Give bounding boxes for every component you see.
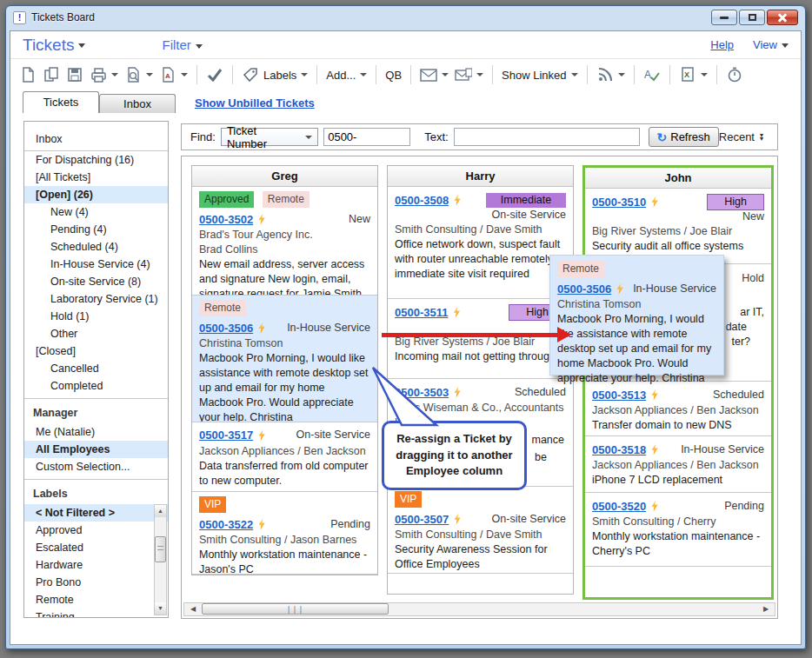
mail-dropdown-arrow[interactable] bbox=[442, 73, 449, 76]
label-item-escalated[interactable]: Escalated bbox=[24, 539, 168, 556]
ticket-card-0500-3502[interactable]: Approved Remote 0500-3502 New Brad's Tou… bbox=[192, 187, 377, 295]
label-item-remote[interactable]: Remote bbox=[24, 591, 168, 608]
sidebar-item-laboratory-service[interactable]: Laboratory Service (1) bbox=[24, 290, 168, 308]
sidebar-item-closed[interactable]: [Closed] bbox=[24, 342, 168, 360]
label-item-approved[interactable]: Approved bbox=[24, 522, 168, 539]
print-preview-icon[interactable] bbox=[124, 66, 142, 83]
titlebar[interactable]: ! Tickets Board bbox=[6, 6, 805, 29]
label-item-pro-bono[interactable]: Pro Bono bbox=[24, 574, 168, 591]
show-unbilled-tickets-link[interactable]: Show Unbilled Tickets bbox=[195, 96, 315, 110]
timer-icon[interactable] bbox=[726, 66, 743, 83]
print-preview-dropdown-arrow[interactable] bbox=[146, 73, 153, 76]
ticket-card-0500-3517[interactable]: 0500-3517 On-site Service Jackson Applia… bbox=[192, 422, 377, 491]
show-linked-button[interactable]: Show Linked bbox=[502, 69, 577, 82]
close-button[interactable] bbox=[767, 10, 798, 25]
ticket-number-link[interactable]: 0500-3510 bbox=[592, 195, 646, 209]
text-search-input[interactable] bbox=[454, 128, 640, 146]
maximize-button[interactable] bbox=[739, 10, 765, 25]
ticket-number-link[interactable]: 0500-3506 bbox=[199, 321, 253, 336]
empty-drop-area[interactable] bbox=[388, 573, 573, 594]
sidebar-item-other[interactable]: Other bbox=[24, 325, 168, 342]
minimize-button[interactable] bbox=[711, 10, 737, 25]
ticket-card-0500-3518[interactable]: 0500-3518 In-House Service Jackson Appli… bbox=[585, 435, 771, 492]
pdf-dropdown-arrow[interactable] bbox=[181, 73, 188, 76]
refresh-button[interactable]: ↻ Refresh bbox=[649, 127, 719, 147]
empty-drop-area[interactable] bbox=[192, 574, 377, 575]
sidebar-item-on-site-service[interactable]: On-site Service (8) bbox=[24, 273, 168, 290]
rss-dropdown-arrow[interactable] bbox=[618, 73, 625, 76]
print-dropdown-arrow[interactable] bbox=[111, 73, 118, 76]
excel-dropdown-arrow[interactable] bbox=[701, 73, 708, 76]
mail-merge-icon[interactable] bbox=[455, 66, 472, 83]
pdf-icon[interactable]: A bbox=[159, 66, 176, 83]
sidebar-item-cancelled[interactable]: Cancelled bbox=[24, 360, 168, 377]
complete-check-icon[interactable] bbox=[206, 66, 223, 83]
find-field-selector[interactable]: Ticket Number bbox=[221, 128, 318, 146]
sidebar-item-pending[interactable]: Pending (4) bbox=[24, 221, 168, 238]
new-ticket-icon[interactable] bbox=[19, 66, 37, 83]
ticket-card-0500-3522[interactable]: VIP 0500-3522 Pending Smith Consulting /… bbox=[192, 491, 377, 574]
rss-icon[interactable] bbox=[596, 66, 614, 83]
ticket-number-link[interactable]: 0500-3517 bbox=[199, 428, 253, 442]
labels-button[interactable]: Labels bbox=[242, 66, 308, 83]
spellcheck-icon[interactable]: A bbox=[643, 66, 661, 83]
filter-menu[interactable]: Filter bbox=[162, 37, 202, 52]
excel-export-icon[interactable]: X bbox=[679, 66, 696, 83]
scroll-up-icon[interactable]: ▲ bbox=[155, 505, 166, 517]
quickbooks-button[interactable]: QB bbox=[385, 69, 402, 82]
ticket-number-link[interactable]: 0500-3518 bbox=[592, 442, 646, 457]
view-menu[interactable]: View bbox=[753, 38, 789, 51]
sidebar-item-open[interactable]: [Open] (26) bbox=[24, 186, 168, 203]
scroll-down-icon[interactable]: ▼ bbox=[155, 602, 166, 615]
scroll-left-icon[interactable]: ◀ bbox=[186, 604, 200, 615]
ticket-card-0500-3506[interactable]: Remote 0500-3506 In-House Service Christ… bbox=[192, 295, 377, 422]
ticket-card-0500-3507[interactable]: VIP 0500-3507 On-site Service Smith Cons… bbox=[388, 486, 573, 573]
sidebar-item-inbox[interactable]: Inbox bbox=[24, 122, 168, 151]
tab-tickets[interactable]: Tickets bbox=[23, 91, 99, 113]
recent-dropdown[interactable]: Recent ▾▾ bbox=[719, 130, 769, 143]
sidebar-item-scheduled[interactable]: Scheduled (4) bbox=[24, 238, 168, 256]
ticket-number-link[interactable]: 0500-3522 bbox=[199, 517, 253, 532]
sidebar-item-custom-selection[interactable]: Custom Selection... bbox=[24, 458, 168, 475]
ticket-card-0500-3510[interactable]: 0500-3510 High New Big River Systems / J… bbox=[585, 189, 771, 263]
ticket-number-link[interactable]: 0500-3507 bbox=[395, 512, 449, 527]
copy-icon[interactable] bbox=[43, 66, 60, 83]
drag-arrow bbox=[382, 333, 559, 337]
label-item-partial[interactable]: Training bbox=[24, 608, 168, 617]
sidebar-item-all-tickets[interactable]: [All Tickets] bbox=[24, 169, 168, 186]
ticket-number-link[interactable]: 0500-3520 bbox=[592, 499, 646, 514]
ticket-number-link[interactable]: 0500-3502 bbox=[199, 212, 253, 227]
board-horizontal-scrollbar[interactable]: ◀ | | | ▶ bbox=[183, 602, 775, 616]
sidebar-item-all-employees[interactable]: All Employees bbox=[24, 441, 168, 458]
add-button[interactable]: Add... bbox=[326, 69, 367, 82]
scrollbar-thumb[interactable]: | | | bbox=[202, 603, 389, 615]
ticket-card-0500-3513[interactable]: 0500-3513 Scheduled Jackson Appliances /… bbox=[585, 381, 771, 435]
ticket-number-link[interactable]: 0500-3503 bbox=[395, 385, 449, 400]
sidebar-item-new[interactable]: New (4) bbox=[24, 203, 168, 221]
empty-drop-area[interactable] bbox=[585, 566, 771, 597]
mail-icon[interactable] bbox=[420, 66, 437, 83]
ticket-card-0500-3520[interactable]: 0500-3520 Pending Smith Consulting / Che… bbox=[585, 492, 771, 566]
ticket-number-input[interactable] bbox=[323, 128, 410, 146]
ticket-card-0500-3508[interactable]: 0500-3508 Immediate On-site Service Smit… bbox=[388, 187, 573, 298]
labels-scrollbar[interactable]: ▲ ▼ bbox=[154, 504, 167, 615]
scroll-right-icon[interactable]: ▶ bbox=[759, 604, 773, 615]
sidebar-item-me-natalie[interactable]: Me (Natalie) bbox=[24, 423, 168, 441]
sidebar-item-in-house-service[interactable]: In-House Service (4) bbox=[24, 256, 168, 273]
tickets-menu[interactable]: Tickets bbox=[23, 36, 85, 55]
ticket-card-0500-3511[interactable]: 0500-3511 High Big River Systems / Joe B… bbox=[388, 298, 573, 378]
sidebar-item-hold[interactable]: Hold (1) bbox=[24, 308, 168, 325]
sidebar-item-completed[interactable]: Completed bbox=[24, 377, 168, 395]
save-icon[interactable] bbox=[66, 66, 83, 83]
ticket-number-link[interactable]: 0500-3513 bbox=[592, 388, 646, 402]
sidebar-item-for-dispatching[interactable]: For Dispatching (16) bbox=[24, 151, 168, 169]
label-item-hardware[interactable]: Hardware bbox=[24, 556, 168, 574]
tab-inbox[interactable]: Inbox bbox=[99, 94, 176, 113]
ticket-number-link[interactable]: 0500-3511 bbox=[395, 305, 448, 320]
label-item-not-filtered[interactable]: < Not Filtered > bbox=[24, 504, 168, 522]
ticket-number-link[interactable]: 0500-3508 bbox=[395, 193, 449, 208]
print-icon[interactable] bbox=[90, 66, 107, 83]
mail-merge-dropdown-arrow[interactable] bbox=[476, 73, 483, 76]
help-link[interactable]: Help bbox=[710, 38, 734, 51]
scrollbar-thumb[interactable] bbox=[155, 536, 166, 562]
